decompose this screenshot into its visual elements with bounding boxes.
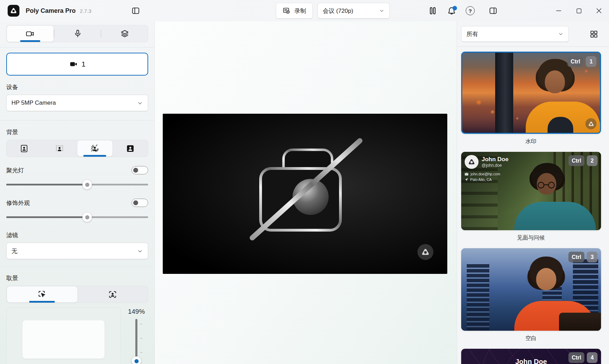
presets-filter-value: 所有 (466, 30, 558, 38)
preset-list: Ctrl 1 水印 (461, 47, 601, 364)
tab-camera[interactable] (7, 25, 54, 42)
left-panel-toggle-icon[interactable] (129, 4, 143, 18)
preset-label: 空白 (461, 335, 601, 342)
person-handle: @john.doe (482, 163, 508, 168)
filter-value: 无 (11, 247, 137, 255)
shortcut-key-badge: 4 (587, 352, 598, 363)
shortcut-key-badge: 3 (587, 252, 598, 262)
spotlight-toggle[interactable] (132, 166, 148, 174)
bg-option-image[interactable] (113, 140, 148, 157)
chevron-down-icon (137, 248, 143, 254)
person-email: john.doe@hp.com (471, 172, 500, 176)
preview-stage (155, 21, 457, 364)
preset-card-name-slate[interactable]: John Doe @john.doe Ctrl 4 (461, 349, 601, 364)
notifications-bell-icon[interactable] (445, 4, 458, 18)
person-location: Palo Alto, CA (470, 177, 492, 182)
camera-number: 1 (82, 60, 86, 68)
notification-dot (452, 6, 457, 10)
tab-microphone[interactable] (54, 25, 101, 42)
selected-camera-box[interactable]: 1 (6, 53, 148, 76)
avatar (465, 155, 479, 169)
help-icon[interactable]: ? (463, 4, 477, 18)
shortcut-key-badge: 1 (586, 56, 597, 67)
bg-option-heavy-blur[interactable] (77, 140, 113, 157)
auto-frame-person-icon (108, 290, 117, 299)
shortcut-badge: Ctrl (567, 56, 583, 67)
app-title: Poly Camera Pro (26, 7, 76, 15)
close-button[interactable] (589, 0, 609, 21)
shortcut-badge: Ctrl (568, 352, 584, 363)
microphone-icon (73, 29, 82, 38)
spotlight-label: 聚光灯 (6, 166, 24, 174)
device-value: HP 5MP Camera (11, 99, 137, 106)
pan-zoom-frame[interactable] (22, 320, 105, 359)
zoom-slider[interactable] (131, 319, 142, 364)
app-version: 2.7.3 (80, 8, 91, 14)
framing-auto[interactable] (78, 286, 148, 303)
preset-card-meet-greet[interactable]: John Doe @john.doe john.doe@hp.com (461, 152, 601, 230)
resolution-dropdown[interactable]: 会议 (720p) (318, 3, 390, 19)
zoom-slider-knob[interactable] (132, 356, 141, 364)
layers-icon (120, 29, 129, 38)
pan-zoom-preview[interactable] (6, 307, 121, 364)
settings-tabbar (6, 25, 148, 42)
preset-label: 见面与问候 (461, 234, 601, 242)
background-options (6, 140, 148, 157)
filter-dropdown[interactable]: 无 (6, 243, 148, 259)
camera-off-icon (243, 135, 367, 243)
record-button[interactable]: 录制 (276, 3, 313, 19)
presets-panel: 所有 (457, 21, 609, 364)
active-tab-indicator (20, 40, 40, 42)
person-image-bg-icon (126, 144, 135, 153)
camera-icon (25, 29, 35, 38)
retouch-label: 修饰外观 (6, 199, 30, 207)
spotlight-slider[interactable] (6, 179, 148, 190)
manual-frame-cursor-icon (37, 289, 47, 299)
person-face (536, 268, 556, 290)
retouch-toggle[interactable] (132, 199, 148, 207)
retouch-slider[interactable] (6, 212, 148, 222)
framing-options (6, 286, 148, 303)
poly-watermark-icon (585, 118, 597, 129)
background-label: 背景 (6, 128, 148, 136)
filter-label: 滤镜 (6, 231, 148, 239)
active-option-indicator (83, 155, 106, 157)
poly-watermark (417, 244, 433, 260)
settings-panel: 1 设备 HP 5MP Camera 背景 (0, 21, 155, 364)
pause-preview-icon[interactable] (426, 4, 440, 18)
chevron-down-icon (379, 8, 384, 14)
spotlight-slider-knob[interactable] (83, 180, 92, 189)
shortcut-badge: Ctrl (568, 155, 584, 166)
title-bar: Poly Camera Pro 2.7.3 录制 会议 (720p) (0, 0, 609, 21)
preset-card-blank[interactable]: Ctrl 3 (461, 248, 601, 331)
person-face (545, 70, 565, 93)
bg-option-none[interactable] (7, 140, 42, 157)
preset-label: 水印 (461, 138, 601, 145)
person-frame-icon (19, 144, 29, 153)
location-icon (465, 178, 468, 181)
device-dropdown[interactable]: HP 5MP Camera (6, 95, 148, 111)
person-hatched-blur-icon (90, 144, 100, 153)
person-dotted-blur-icon (54, 144, 64, 153)
bg-option-light-blur[interactable] (42, 140, 77, 157)
shortcut-key-badge: 2 (587, 155, 598, 166)
retouch-slider-knob[interactable] (83, 213, 92, 222)
grid-view-icon[interactable] (587, 27, 601, 41)
preset-card-watermark[interactable]: Ctrl 1 (461, 52, 601, 134)
device-label: 设备 (6, 83, 148, 91)
shortcut-badge: Ctrl (568, 252, 584, 262)
camera-preview (163, 114, 447, 274)
minimize-button[interactable] (549, 0, 569, 21)
record-label: 录制 (294, 7, 306, 15)
chevron-down-icon (137, 100, 143, 106)
maximize-button[interactable] (569, 0, 589, 21)
right-panel-toggle-icon[interactable] (486, 4, 500, 18)
framing-label: 取景 (6, 274, 148, 282)
tab-scenes[interactable] (101, 25, 148, 42)
zoom-percent: 149% (128, 308, 145, 315)
app-logo-icon (8, 5, 19, 17)
active-option-indicator (29, 301, 55, 303)
chevron-down-icon (558, 31, 564, 37)
presets-filter-dropdown[interactable]: 所有 (461, 26, 569, 42)
framing-manual[interactable] (7, 286, 78, 303)
